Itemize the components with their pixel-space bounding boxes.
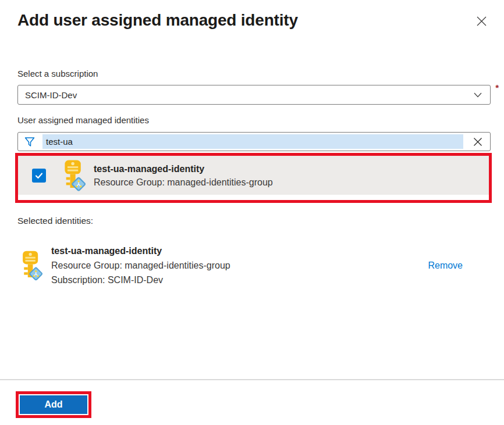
panel-content: Select a subscription SCIM-ID-Dev * User… [0, 68, 504, 287]
subscription-dropdown[interactable]: SCIM-ID-Dev [17, 85, 491, 105]
panel-footer: Add [0, 379, 504, 425]
clear-filter-icon [473, 137, 483, 147]
close-icon [475, 15, 488, 27]
selected-identity-row: test-ua-managed-identity Resource Group:… [17, 244, 491, 287]
identity-result-row[interactable]: test-ua-managed-identity Resource Group:… [18, 156, 489, 195]
selected-identity-resource-group: Resource Group: managed-identities-group [51, 258, 230, 273]
selected-identities-label: Selected identities: [17, 215, 491, 227]
page-title: Add user assigned managed identity [17, 9, 298, 31]
identity-checkbox[interactable] [32, 169, 46, 183]
clear-filter-button[interactable] [469, 135, 487, 148]
subscription-label: Select a subscription [17, 68, 491, 80]
required-asterisk: * [495, 83, 499, 92]
add-user-assigned-managed-identity-panel: Add user assigned managed identity Selec… [0, 0, 504, 425]
subscription-dropdown-wrap: SCIM-ID-Dev * [17, 85, 491, 105]
filter-icon [24, 136, 36, 148]
selected-identity-text: test-ua-managed-identity Resource Group:… [51, 244, 230, 287]
chevron-down-icon [473, 90, 483, 100]
add-button[interactable]: Add [20, 395, 87, 414]
add-button-highlight-annotation: Add [16, 391, 91, 418]
filter-input-value: test-ua [42, 134, 463, 149]
selected-identity-subscription: Subscription: SCIM-ID-Dev [51, 273, 230, 287]
remove-link[interactable]: Remove [428, 260, 463, 271]
selected-identity-name: test-ua-managed-identity [51, 244, 230, 258]
identity-result-highlight-annotation: test-ua-managed-identity Resource Group:… [15, 153, 492, 203]
managed-identity-key-icon [61, 159, 86, 192]
close-button[interactable] [474, 14, 489, 28]
subscription-selected-value: SCIM-ID-Dev [25, 90, 473, 100]
identity-name: test-ua-managed-identity [94, 162, 273, 176]
checkmark-icon [34, 171, 44, 180]
identity-filter-input[interactable]: test-ua [17, 132, 491, 151]
identities-label: User assigned managed identities [17, 115, 491, 126]
identity-resource-group: Resource Group: managed-identities-group [94, 176, 273, 189]
identity-result-text: test-ua-managed-identity Resource Group:… [94, 162, 273, 189]
panel-header: Add user assigned managed identity [0, 0, 504, 31]
managed-identity-key-icon [19, 249, 42, 282]
